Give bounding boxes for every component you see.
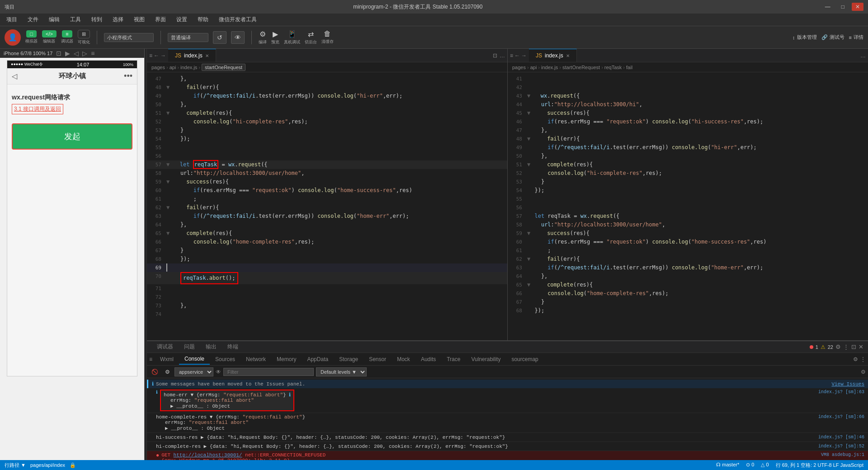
- dots-icon[interactable]: ⋮: [843, 343, 849, 350]
- right-tab-close[interactable]: ✕: [566, 53, 570, 58]
- appservice-select[interactable]: appservice: [175, 367, 213, 376]
- toolbar-editor[interactable]: </> 编辑器: [42, 30, 57, 44]
- phone-back-icon[interactable]: ◁: [12, 72, 17, 80]
- refresh-button[interactable]: ↺: [213, 31, 226, 44]
- devtool-tab-memory[interactable]: Memory: [271, 354, 302, 364]
- left-collapse-icon[interactable]: ≡: [149, 52, 152, 59]
- r-fold-48[interactable]: ▼: [526, 135, 532, 143]
- devtool-tab-storage[interactable]: Storage: [334, 354, 363, 364]
- left-tab-indexjs[interactable]: JS index.js ✕: [168, 49, 216, 62]
- test-account-button[interactable]: 🔗 测试号: [821, 34, 844, 41]
- devtools-collapse-icon[interactable]: ≡: [149, 356, 152, 362]
- toolbar-simulator[interactable]: □ 模拟器: [25, 30, 38, 44]
- fold-48[interactable]: ▼: [165, 83, 171, 92]
- detail-button[interactable]: ≡ 详情: [849, 34, 863, 41]
- toolbar-real[interactable]: 📱 真机调试: [284, 30, 300, 45]
- log-levels-select[interactable]: Default levels ▼: [316, 367, 367, 376]
- layout-icon[interactable]: ⊡: [851, 343, 856, 350]
- menu-edit[interactable]: 编辑: [47, 15, 61, 24]
- r-fold-45[interactable]: ▼: [526, 109, 532, 118]
- toolbar-clear[interactable]: 🗑 清缓存: [321, 30, 334, 45]
- sim-play-icon[interactable]: ▶: [65, 50, 70, 57]
- toolbar-visible[interactable]: ⊞ 可视化: [78, 30, 90, 45]
- devtool-tab-wxml[interactable]: Wxml: [155, 354, 179, 364]
- panel-tab-terminal[interactable]: 终端: [222, 341, 244, 352]
- close-panel-icon[interactable]: ✕: [859, 343, 863, 350]
- compile-dropdown[interactable]: 普通编译: [168, 33, 208, 42]
- panel-tab-output[interactable]: 输出: [200, 341, 222, 352]
- fold-57[interactable]: ▼: [165, 160, 171, 169]
- left-code-area[interactable]: 47 }, 48 ▼ fail(err){ 49: [147, 72, 507, 340]
- console-output[interactable]: ℹ Some messages have been moved to the I…: [147, 378, 868, 460]
- fold-65[interactable]: ▼: [165, 229, 171, 238]
- right-collapse-icon[interactable]: ≡: [510, 52, 513, 59]
- toolbar-switch[interactable]: ⇄ 切后台: [305, 30, 317, 45]
- fold-59[interactable]: ▼: [165, 178, 171, 186]
- view-issues-link[interactable]: View Issues: [831, 381, 864, 387]
- fold-62[interactable]: ▼: [165, 203, 171, 212]
- devtools-settings-icon[interactable]: ⚙: [853, 356, 858, 362]
- eye-filter-icon[interactable]: 👁: [216, 369, 221, 375]
- menu-goto[interactable]: 转到: [90, 15, 104, 24]
- r-fold-65[interactable]: ▼: [526, 281, 532, 289]
- minimize-button[interactable]: —: [821, 3, 834, 11]
- error-location[interactable]: VM8 asdebug.js:1: [821, 452, 864, 457]
- console-settings-icon[interactable]: ⚙: [861, 369, 866, 375]
- stop-on-error-button[interactable]: ⚙: [163, 368, 172, 376]
- devtool-tab-vulnerability[interactable]: Vulnerability: [466, 354, 506, 364]
- menu-wechat-tools[interactable]: 微信开发者工具: [217, 15, 259, 24]
- panel-tab-issues[interactable]: 问题: [179, 341, 200, 352]
- menu-settings[interactable]: 设置: [175, 15, 189, 24]
- sim-more-icon[interactable]: ≡: [91, 50, 94, 57]
- r-fold-59[interactable]: ▼: [526, 229, 532, 238]
- menu-tools[interactable]: 工具: [68, 15, 83, 24]
- r-fold-51[interactable]: ▼: [526, 160, 532, 169]
- menu-help[interactable]: 帮助: [196, 15, 210, 24]
- hi-complete-location[interactable]: index.js? [sm]:52: [818, 444, 864, 449]
- r-fold-43[interactable]: ▼: [526, 92, 532, 100]
- menu-view[interactable]: 视图: [132, 15, 146, 24]
- menu-interface[interactable]: 界面: [153, 15, 168, 24]
- right-tab-indexjs[interactable]: JS index.js ✕: [529, 49, 577, 62]
- device-selector[interactable]: iPhone 6/7/8 100% 17: [4, 51, 52, 56]
- toolbar-compile[interactable]: ⚙ 编译: [259, 30, 267, 45]
- devtool-tab-sourcemap[interactable]: sourcemap: [506, 354, 543, 364]
- right-forward-icon[interactable]: →: [521, 52, 527, 59]
- eye-button[interactable]: 👁: [231, 31, 245, 44]
- hi-success-location[interactable]: index.js? [sm]:46: [818, 435, 864, 440]
- devtool-tab-mock[interactable]: Mock: [392, 354, 415, 364]
- mode-dropdown[interactable]: 小程序模式: [104, 33, 154, 42]
- menu-select[interactable]: 选择: [111, 15, 125, 24]
- home-err-location[interactable]: index.js? [sm]:63: [818, 390, 864, 395]
- git-branch[interactable]: ☊ master*: [716, 462, 739, 469]
- sim-forward-icon[interactable]: ▷: [82, 50, 87, 57]
- split-icon[interactable]: ⊡: [493, 52, 497, 59]
- devtool-tab-appdata[interactable]: AppData: [302, 354, 334, 364]
- console-filter-input[interactable]: [223, 368, 314, 376]
- left-back-icon[interactable]: ←: [154, 52, 159, 59]
- launch-button[interactable]: 发起: [12, 123, 132, 150]
- close-button[interactable]: ✕: [852, 3, 863, 11]
- r-fold-62[interactable]: ▼: [526, 255, 532, 263]
- left-tab-close[interactable]: ✕: [205, 53, 209, 58]
- home-complete-location[interactable]: index.js? [sm]:66: [818, 414, 864, 419]
- devtool-tab-network[interactable]: Network: [241, 354, 271, 364]
- right-more-icon[interactable]: …: [860, 52, 866, 59]
- fold-51[interactable]: ▼: [165, 109, 171, 118]
- clear-console-button[interactable]: 🚫: [149, 368, 160, 376]
- maximize-button[interactable]: □: [838, 3, 848, 11]
- right-code-area[interactable]: 41 42 43 ▼ wx.request({: [508, 72, 868, 340]
- version-manage-button[interactable]: ↕ 版本管理: [793, 34, 817, 41]
- breadcrumb-path[interactable]: 行路径 ▼: [5, 462, 26, 469]
- toolbar-preview[interactable]: ▶ 预览: [271, 30, 279, 45]
- toolbar-debugger[interactable]: ≡ 调试器: [61, 30, 73, 44]
- devtool-tab-console[interactable]: Console: [179, 354, 210, 365]
- more-icon[interactable]: …: [500, 52, 505, 59]
- sim-tablet-icon[interactable]: ⊡: [56, 50, 61, 57]
- settings-icon[interactable]: ⚙: [835, 343, 841, 350]
- left-forward-icon[interactable]: →: [160, 52, 166, 59]
- devtool-tab-sources[interactable]: Sources: [210, 354, 241, 364]
- menu-file[interactable]: 文件: [26, 15, 40, 24]
- panel-tab-debugger[interactable]: 调试器: [151, 341, 179, 352]
- devtool-tab-audits[interactable]: Audits: [415, 354, 441, 364]
